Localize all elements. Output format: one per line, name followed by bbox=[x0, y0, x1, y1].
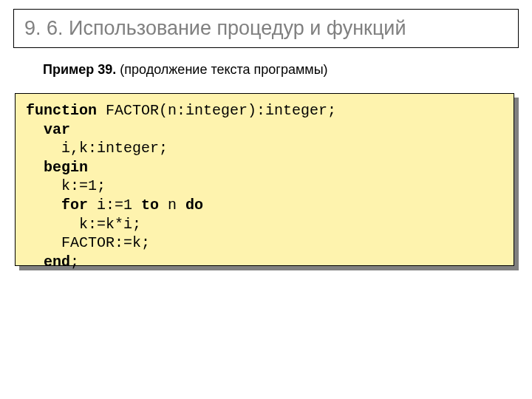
example-label: Пример 39. bbox=[43, 62, 116, 77]
title-box: 9. 6. Использование процедур и функций bbox=[13, 9, 519, 48]
code-text: k:=1; bbox=[26, 177, 106, 194]
keyword-do: do bbox=[185, 197, 203, 214]
example-description: (продолжение текста программы) bbox=[116, 62, 327, 77]
section-title: 9. 6. Использование процедур и функций bbox=[24, 17, 508, 40]
code-text: ; bbox=[70, 253, 79, 270]
code-text: k:=k*i; bbox=[26, 216, 141, 233]
keyword-begin: begin bbox=[26, 159, 88, 176]
code-text: n bbox=[159, 197, 185, 214]
keyword-to: to bbox=[141, 197, 159, 214]
keyword-function: function bbox=[26, 102, 97, 119]
code-text: i,k:integer; bbox=[26, 140, 168, 157]
code-text: i:=1 bbox=[88, 197, 141, 214]
keyword-for: for bbox=[26, 197, 88, 214]
code-block: function FACTOR(n:integer):integer; var … bbox=[15, 93, 514, 266]
keyword-var: var bbox=[26, 121, 70, 138]
code-text: FACTOR:=k; bbox=[26, 234, 150, 251]
keyword-end: end bbox=[26, 253, 70, 270]
example-subtitle: Пример 39. (продолжение текста программы… bbox=[43, 62, 328, 78]
code-text: FACTOR(n:integer):integer; bbox=[97, 102, 336, 119]
